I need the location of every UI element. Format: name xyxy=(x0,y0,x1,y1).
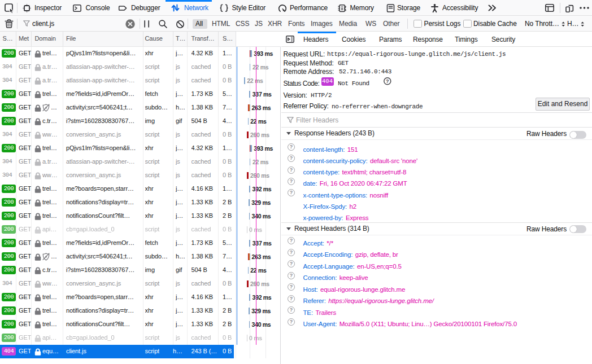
svg-text:?: ? xyxy=(386,78,389,84)
